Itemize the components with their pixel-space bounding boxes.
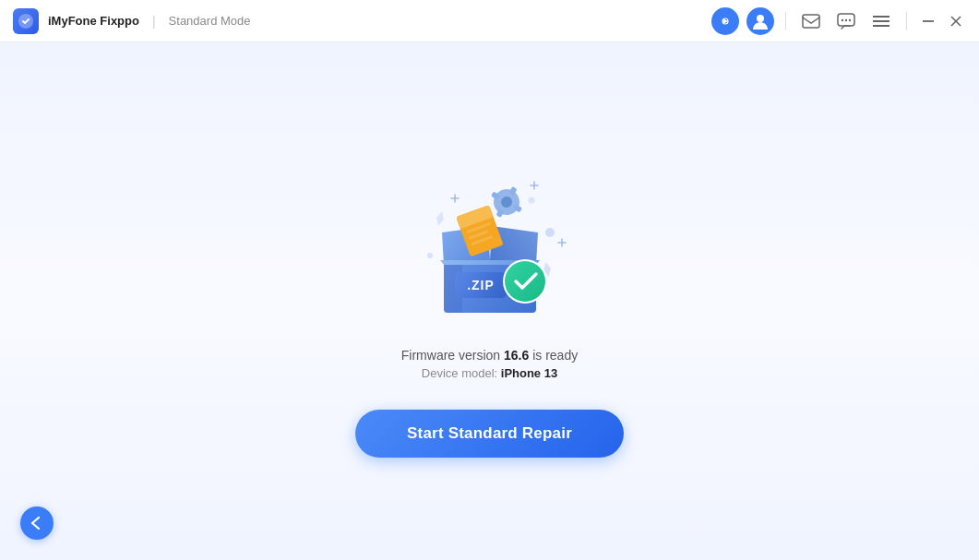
svg-text:.ZIP: .ZIP <box>467 278 495 292</box>
device-model-line: Device model: iPhone 13 <box>401 366 578 380</box>
device-model: iPhone 13 <box>501 366 557 380</box>
svg-point-3 <box>724 19 726 21</box>
firmware-version: 16.6 <box>504 348 529 363</box>
firmware-info: Firmware version 16.6 is ready Device mo… <box>401 348 578 380</box>
title-divider: | <box>152 14 156 29</box>
main-content: .ZIP <box>0 42 979 560</box>
svg-point-17 <box>427 253 433 258</box>
firmware-prefix: Firmware version <box>401 348 504 363</box>
svg-rect-6 <box>803 15 819 28</box>
icon-separator <box>785 12 786 30</box>
chat-icon-button[interactable] <box>832 7 860 35</box>
device-prefix: Device model: <box>422 366 501 380</box>
svg-point-19 <box>528 197 534 204</box>
svg-point-10 <box>849 18 851 20</box>
back-button[interactable] <box>20 506 54 540</box>
titlebar-right <box>711 7 966 35</box>
firmware-suffix: is ready <box>529 348 578 363</box>
start-standard-repair-button[interactable]: Start Standard Repair <box>355 410 624 458</box>
window-separator <box>906 12 907 30</box>
svg-point-9 <box>845 18 847 20</box>
menu-icon-button[interactable] <box>867 7 895 35</box>
mode-label: Standard Mode <box>169 14 251 28</box>
svg-point-40 <box>505 261 545 302</box>
app-name: iMyFone Fixppo <box>48 14 139 28</box>
firmware-illustration: .ZIP <box>388 145 591 329</box>
titlebar-left: iMyFone Fixppo | Standard Mode <box>13 8 251 34</box>
titlebar: iMyFone Fixppo | Standard Mode <box>0 0 979 42</box>
firmware-version-line: Firmware version 16.6 is ready <box>401 348 578 363</box>
music-icon-button[interactable] <box>711 7 739 35</box>
svg-point-5 <box>757 15 764 22</box>
svg-point-8 <box>842 18 843 20</box>
user-icon-button[interactable] <box>746 7 774 35</box>
app-logo <box>13 8 39 34</box>
minimize-button[interactable] <box>918 11 938 31</box>
close-button[interactable] <box>946 11 966 31</box>
svg-point-18 <box>545 228 555 237</box>
mail-icon-button[interactable] <box>797 7 825 35</box>
